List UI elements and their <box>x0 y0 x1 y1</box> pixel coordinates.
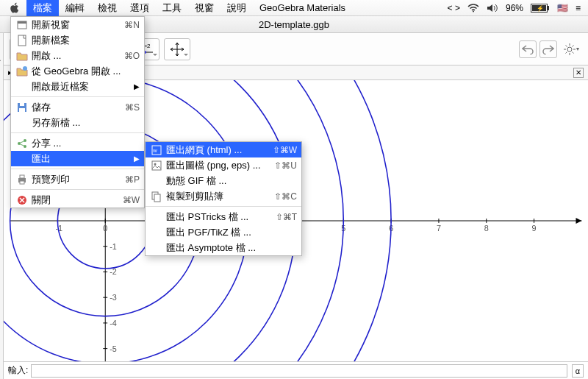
tool-move[interactable] <box>164 38 190 60</box>
menu-item-label: 匯出圖檔 (png, eps) ... <box>166 159 274 172</box>
shortcut: ⇧⌘W <box>273 145 297 155</box>
shortcut: ⇧⌘C <box>274 191 297 202</box>
file-menu-item-3[interactable]: 從 GeoGebra 開啟 ... <box>11 63 144 79</box>
svg-point-74 <box>23 66 27 71</box>
menu-item-label: 匯出 <box>32 152 134 166</box>
svg-text:-4: -4 <box>110 319 117 327</box>
apple-icon <box>9 2 21 14</box>
menu-item-label: 匯出 Asymptote 檔 ... <box>166 241 297 255</box>
shortcut: ⌘W <box>123 195 140 205</box>
export-menu-item-5[interactable]: 匯出 PSTricks 檔 ...⇧⌘T <box>146 209 301 224</box>
flag-icon: 🇺🇸 <box>557 3 568 13</box>
menu-item-label: 分享 ... <box>32 137 140 150</box>
menu-materials[interactable]: GeoGebra Materials <box>253 0 352 16</box>
menu-item-label: 預覽列印 <box>32 173 125 186</box>
redo-button[interactable] <box>539 40 557 58</box>
submenu-arrow-icon: ▶ <box>134 155 140 163</box>
svg-text:-5: -5 <box>110 344 117 353</box>
menu-tools[interactable]: 工具 <box>156 0 188 16</box>
menu-item-label: 從 GeoGebra 開啟 ... <box>32 65 140 78</box>
share-icon <box>15 138 29 149</box>
alpha-button[interactable]: α <box>572 364 584 378</box>
blank-icon <box>150 242 163 254</box>
svg-rect-2 <box>548 6 549 10</box>
svg-text:8: 8 <box>484 224 489 233</box>
svg-rect-76 <box>19 108 25 112</box>
menu-edit[interactable]: 編輯 <box>59 0 91 16</box>
menu-file[interactable]: 檔案 <box>26 0 59 16</box>
battery-icon: ⚡ <box>531 4 550 13</box>
settings-gear[interactable]: ▾ <box>560 40 582 58</box>
menu-item-label: 關閉 <box>32 194 123 207</box>
menu-item-label: 開啟 ... <box>32 49 124 63</box>
blank-icon <box>150 211 163 223</box>
svg-rect-87 <box>152 161 161 170</box>
export-menu-item-7[interactable]: 匯出 Asymptote 檔 ... <box>146 240 301 255</box>
svg-text:W: W <box>153 149 157 153</box>
copy-icon <box>150 191 163 202</box>
svg-rect-77 <box>20 103 24 106</box>
svg-text:0: 0 <box>103 224 107 233</box>
window-title: 2D-template.ggb <box>259 19 329 30</box>
print-icon <box>15 174 29 185</box>
file-menu-item-14[interactable]: 關閉⌘W <box>11 192 144 208</box>
export-menu-item-2[interactable]: 動態 GIF 檔 ... <box>146 173 301 188</box>
shortcut: ⌘P <box>125 174 140 185</box>
menu-options[interactable]: 選項 <box>123 0 156 16</box>
expand-arrow-icon[interactable]: ▸ <box>0 52 1 67</box>
html-icon: W <box>150 144 163 156</box>
svg-text:-2: -2 <box>110 267 117 276</box>
blank-icon <box>15 117 29 129</box>
export-menu-item-1[interactable]: 匯出圖檔 (png, eps) ...⇧⌘U <box>146 157 301 173</box>
file-menu-item-6[interactable]: 儲存⌘S <box>11 99 144 115</box>
new-window-icon <box>15 19 29 31</box>
svg-point-88 <box>154 163 157 165</box>
svg-text:⚡: ⚡ <box>537 4 544 12</box>
file-menu-item-0[interactable]: 開新視窗⌘N <box>11 17 144 32</box>
export-menu-item-3[interactable]: 複製到剪貼簿⇧⌘C <box>146 188 301 204</box>
close-icon <box>15 194 29 206</box>
volume-icon <box>487 4 498 13</box>
undo-button[interactable] <box>519 40 537 58</box>
file-menu-item-1[interactable]: 開新檔案 <box>11 32 144 48</box>
menu-item-label: 匯出 PSTricks 檔 ... <box>166 210 276 224</box>
menu-help[interactable]: 說明 <box>220 0 253 16</box>
menu-window[interactable]: 視窗 <box>188 0 220 16</box>
export-submenu: W匯出網頁 (html) ...⇧⌘W匯出圖檔 (png, eps) ...⇧⌘… <box>145 141 302 256</box>
input-bar: 輸入: α <box>4 361 588 379</box>
menu-item-label: 開新檔案 <box>32 34 140 47</box>
export-menu-item-6[interactable]: 匯出 PGF/TikZ 檔 ... <box>146 224 301 240</box>
file-menu-item-10[interactable]: 匯出▶ <box>11 151 144 166</box>
menu-item-label: 開啟最近檔案 <box>32 80 134 93</box>
status-area: < > 96% ⚡ 🇺🇸 ≡ <box>448 3 585 13</box>
menu-view[interactable]: 檢視 <box>91 0 123 16</box>
file-menu-item-7[interactable]: 另存新檔 ... <box>11 115 144 130</box>
shortcut: ⌘N <box>124 20 140 30</box>
export-menu-item-0[interactable]: W匯出網頁 (html) ...⇧⌘W <box>146 142 301 157</box>
menu-item-label: 動態 GIF 檔 ... <box>166 174 297 188</box>
file-menu-dropdown: 開新視窗⌘N開新檔案開啟 ...⌘O從 GeoGebra 開啟 ...開啟最近檔… <box>10 16 145 208</box>
file-menu-item-4[interactable]: 開啟最近檔案▶ <box>11 79 144 94</box>
input-field[interactable] <box>31 364 567 378</box>
svg-point-20 <box>567 47 572 52</box>
close-panel-button[interactable]: ✕ <box>573 68 584 78</box>
battery-pct: 96% <box>506 3 523 13</box>
new-file-icon <box>15 35 29 46</box>
svg-point-0 <box>473 10 474 12</box>
img-icon <box>150 160 163 171</box>
svg-text:7: 7 <box>437 224 441 233</box>
svg-text:9: 9 <box>532 224 537 233</box>
menu-item-label: 儲存 <box>32 101 125 114</box>
submenu-arrow-icon: ▶ <box>134 82 140 91</box>
menu-extras-icon: ≡ <box>576 3 581 13</box>
menu-item-label: 另存新檔 ... <box>32 116 140 130</box>
menu-item-label: 匯出 PGF/TikZ 檔 ... <box>166 226 297 239</box>
file-menu-item-12[interactable]: 預覽列印⌘P <box>11 171 144 187</box>
shortcut: ⌘S <box>125 102 140 113</box>
svg-rect-90 <box>154 194 160 202</box>
menu-item-label: 複製到剪貼簿 <box>166 190 274 203</box>
svg-text:-3: -3 <box>110 293 117 302</box>
svg-rect-82 <box>20 175 24 178</box>
file-menu-item-9[interactable]: 分享 ... <box>11 135 144 151</box>
file-menu-item-2[interactable]: 開啟 ...⌘O <box>11 48 144 63</box>
